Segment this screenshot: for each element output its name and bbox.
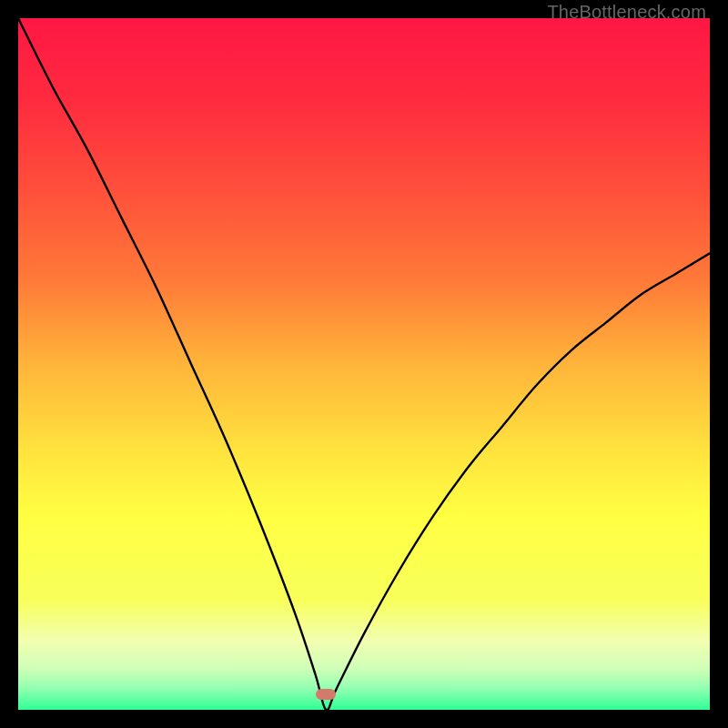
outer-frame: TheBottleneck.com: [0, 0, 728, 728]
minimum-marker: [316, 689, 336, 700]
bottleneck-curve: [18, 18, 710, 710]
plot-area: [18, 18, 710, 710]
